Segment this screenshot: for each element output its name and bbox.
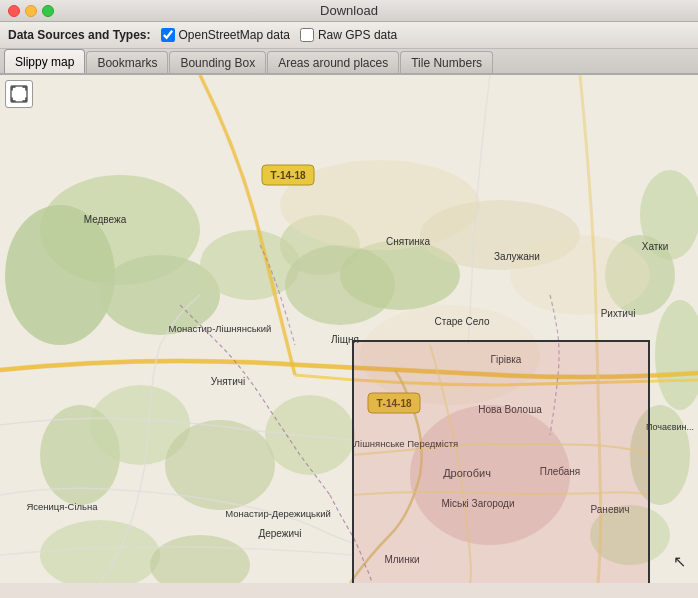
svg-text:Ясениця-Сільна: Ясениця-Сільна bbox=[26, 501, 98, 512]
svg-text:Міські Загороди: Міські Загороди bbox=[441, 498, 514, 509]
svg-text:Монастир-Дережицький: Монастир-Дережицький bbox=[225, 508, 331, 519]
svg-text:Дрогобич: Дрогобич bbox=[443, 467, 491, 479]
svg-text:Раневич: Раневич bbox=[590, 504, 629, 515]
svg-point-10 bbox=[165, 420, 275, 510]
svg-rect-57 bbox=[11, 86, 27, 102]
window-title: Download bbox=[320, 3, 378, 18]
svg-text:Медвежа: Медвежа bbox=[84, 214, 127, 225]
gps-checkbox[interactable] bbox=[300, 28, 314, 42]
gps-label: Raw GPS data bbox=[318, 28, 397, 42]
svg-text:Ліщня: Ліщня bbox=[331, 334, 359, 345]
osm-label: OpenStreetMap data bbox=[179, 28, 290, 42]
svg-text:Снятинка: Снятинка bbox=[386, 236, 430, 247]
svg-point-11 bbox=[265, 395, 355, 475]
tab-bookmarks[interactable]: Bookmarks bbox=[86, 51, 168, 73]
osm-checkbox-container[interactable]: OpenStreetMap data bbox=[161, 28, 290, 42]
fit-button[interactable] bbox=[5, 80, 33, 108]
svg-text:Залужани: Залужани bbox=[494, 251, 540, 262]
tab-areas-around-places[interactable]: Areas around places bbox=[267, 51, 399, 73]
gps-checkbox-container[interactable]: Raw GPS data bbox=[300, 28, 397, 42]
svg-text:Монастир-Лішнянський: Монастир-Лішнянський bbox=[169, 323, 272, 334]
fit-icon bbox=[10, 85, 28, 103]
svg-text:Дережичі: Дережичі bbox=[258, 528, 301, 539]
osm-checkbox[interactable] bbox=[161, 28, 175, 42]
svg-text:Нова Волоша: Нова Волоша bbox=[478, 404, 542, 415]
svg-text:Лішнянське Передмістя: Лішнянське Передмістя bbox=[354, 438, 458, 449]
titlebar: Download bbox=[0, 0, 698, 22]
toolbar-label: Data Sources and Types: bbox=[8, 28, 151, 42]
tab-bounding-box[interactable]: Bounding Box bbox=[169, 51, 266, 73]
cursor-indicator: ↖ bbox=[673, 552, 686, 571]
svg-text:Рихтичі: Рихтичі bbox=[601, 308, 636, 319]
tab-slippy[interactable]: Slippy map bbox=[4, 49, 85, 73]
svg-text:Гірівка: Гірівка bbox=[491, 354, 522, 365]
svg-point-22 bbox=[510, 235, 650, 315]
svg-text:Старе Село: Старе Село bbox=[434, 316, 490, 327]
svg-text:Т-14-18: Т-14-18 bbox=[376, 398, 411, 409]
svg-point-2 bbox=[5, 205, 115, 345]
svg-text:Плебаня: Плебаня bbox=[540, 466, 580, 477]
minimize-button[interactable] bbox=[25, 5, 37, 17]
map-svg: Т-14-18 Т-14-18 Т-14-02 Медвежа Снятинка… bbox=[0, 75, 698, 583]
svg-text:Млинки: Млинки bbox=[384, 554, 419, 565]
tab-bar: Slippy map Bookmarks Bounding Box Areas … bbox=[0, 49, 698, 75]
svg-text:Т-14-18: Т-14-18 bbox=[270, 170, 305, 181]
tab-tile-numbers[interactable]: Tile Numbers bbox=[400, 51, 493, 73]
window-controls bbox=[8, 5, 54, 17]
svg-text:Почаєвин...: Почаєвин... bbox=[646, 422, 694, 432]
map-container[interactable]: Т-14-18 Т-14-18 Т-14-02 Медвежа Снятинка… bbox=[0, 75, 698, 583]
svg-text:Хатки: Хатки bbox=[642, 241, 669, 252]
svg-point-15 bbox=[630, 405, 690, 505]
svg-text:Унятичі: Унятичі bbox=[211, 376, 245, 387]
maximize-button[interactable] bbox=[42, 5, 54, 17]
toolbar: Data Sources and Types: OpenStreetMap da… bbox=[0, 22, 698, 49]
close-button[interactable] bbox=[8, 5, 20, 17]
